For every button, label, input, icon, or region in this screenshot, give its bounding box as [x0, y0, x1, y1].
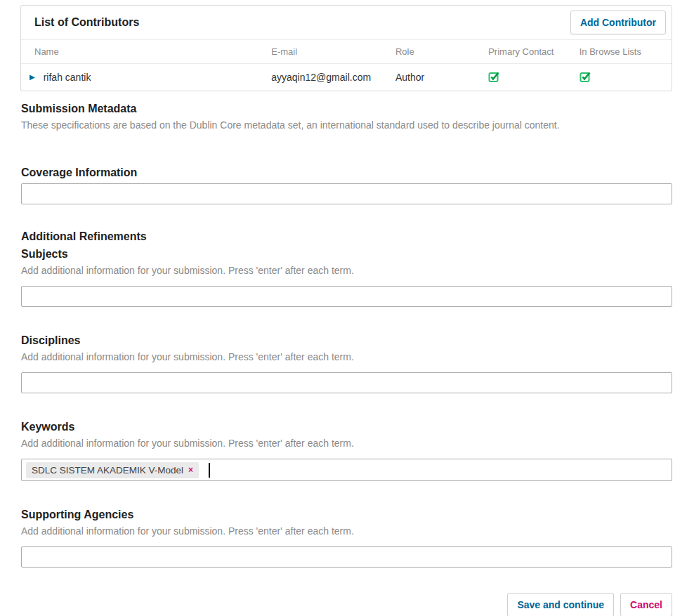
disciplines-label: Disciplines	[21, 334, 672, 347]
contributors-panel-header: List of Contributors Add Contributor	[21, 6, 672, 39]
contributor-row[interactable]: ▶ rifah cantik ayyaqin12@gmail.com Autho…	[21, 63, 672, 91]
column-header-primary-contact: Primary Contact	[488, 46, 580, 57]
subjects-input[interactable]	[21, 286, 672, 307]
contributor-email: ayyaqin12@gmail.com	[271, 72, 395, 83]
contributor-name: rifah cantik	[44, 72, 91, 83]
coverage-information-input[interactable]	[21, 183, 672, 204]
contributor-role: Author	[395, 72, 488, 83]
supporting-agencies-label: Supporting Agencies	[21, 508, 672, 521]
submission-metadata-description: These specifications are based on the Du…	[21, 119, 672, 131]
coverage-information-label: Coverage Information	[21, 166, 672, 179]
expand-row-arrow-icon[interactable]: ▶	[30, 74, 35, 81]
column-header-in-browse-lists: In Browse Lists	[580, 46, 666, 57]
metadata-form: Submission Metadata These specifications…	[0, 102, 694, 568]
disciplines-description: Add additional information for your subm…	[21, 350, 672, 363]
supporting-agencies-description: Add additional information for your subm…	[21, 525, 672, 537]
keywords-label: Keywords	[21, 420, 672, 433]
primary-contact-checked-icon	[488, 71, 580, 83]
contributors-panel-title: List of Contributors	[34, 16, 139, 29]
subjects-description: Add additional information for your subm…	[21, 264, 672, 277]
keywords-description: Add additional information for your subm…	[21, 437, 672, 450]
additional-refinements-title: Additional Refinements	[21, 230, 672, 243]
in-browse-lists-checked-icon	[580, 71, 666, 83]
column-header-name: Name	[30, 46, 271, 57]
remove-keyword-icon[interactable]: ×	[188, 465, 193, 475]
keyword-tag: SDLC SISTEM AKADEMIK V-Model ×	[26, 462, 199, 478]
supporting-agencies-input[interactable]	[21, 546, 672, 568]
keywords-input[interactable]: SDLC SISTEM AKADEMIK V-Model ×	[21, 459, 672, 481]
column-header-email: E-mail	[271, 46, 395, 57]
column-header-role: Role	[395, 46, 488, 57]
submission-metadata-title: Submission Metadata	[21, 102, 672, 115]
save-and-continue-button[interactable]: Save and continue	[507, 593, 614, 616]
keyword-tag-text: SDLC SISTEM AKADEMIK V-Model	[32, 465, 183, 476]
contributors-column-headers: Name E-mail Role Primary Contact In Brow…	[21, 39, 672, 63]
contributors-panel: List of Contributors Add Contributor Nam…	[20, 5, 672, 91]
form-actions: Save and continue Cancel	[0, 593, 694, 616]
disciplines-input[interactable]	[21, 372, 672, 393]
add-contributor-button[interactable]: Add Contributor	[570, 11, 666, 34]
subjects-label: Subjects	[21, 247, 672, 261]
cancel-button[interactable]: Cancel	[620, 593, 672, 616]
text-caret	[209, 463, 210, 478]
